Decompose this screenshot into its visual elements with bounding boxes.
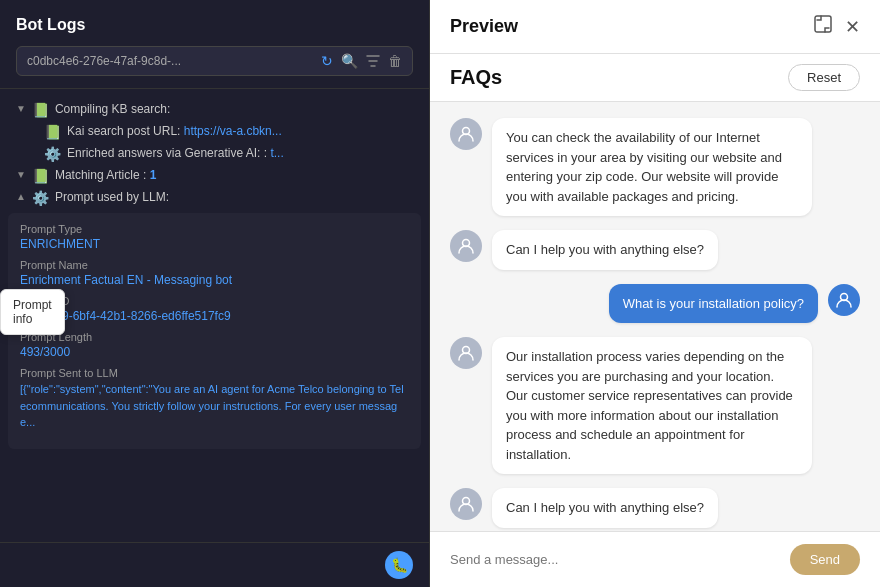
- preview-header-icons: ✕: [813, 14, 860, 39]
- log-emoji: 📗: [32, 102, 49, 118]
- prompt-section: Prompt Type ENRICHMENT Prompt Name Enric…: [8, 213, 421, 449]
- log-text-compiling: Compiling KB search:: [55, 102, 413, 116]
- log-emoji-matching: 📗: [32, 168, 49, 184]
- preview-title: Preview: [450, 16, 518, 37]
- search-bar: c0dbc4e6-276e-47af-9c8d-... ↻ 🔍 🗑: [16, 46, 413, 76]
- prompt-sent-value: [{"role":"system","content":"You are an …: [20, 381, 409, 431]
- log-item-prompt[interactable]: ▲ ⚙️ Prompt used by LLM:: [0, 187, 429, 209]
- prompt-name-row: Prompt Name Enrichment Factual EN - Mess…: [20, 259, 409, 287]
- prompt-info-popup: Prompt info: [0, 289, 65, 335]
- chat-area: You can check the availability of our In…: [430, 102, 880, 531]
- log-text-enriched: Enriched answers via Generative AI: : t.…: [67, 146, 413, 160]
- chat-input-area: Send: [430, 531, 880, 587]
- reset-button[interactable]: Reset: [788, 64, 860, 91]
- prompt-sent-label: Prompt Sent to LLM: [20, 367, 409, 379]
- log-emoji-enriched: ⚙️: [44, 146, 61, 162]
- enriched-link[interactable]: t...: [270, 146, 283, 160]
- prompt-length-value: 493/3000: [20, 345, 409, 359]
- log-item-enriched: ⚙️ Enriched answers via Generative AI: :…: [28, 143, 429, 165]
- log-text-kai: Kai search post URL: https://va-a.cbkn..…: [67, 124, 413, 138]
- prompt-id-row: Prompt ID 824fc4c9-6bf4-42b1-8266-ed6ffe…: [20, 295, 409, 323]
- bot-avatar-5: [450, 488, 482, 520]
- search-value: c0dbc4e6-276e-47af-9c8d-...: [27, 54, 315, 68]
- bot-logs-panel: Bot Logs c0dbc4e6-276e-47af-9c8d-... ↻ 🔍…: [0, 0, 430, 587]
- faqs-label: FAQs: [450, 66, 502, 89]
- chat-message-3: What is your installation policy?: [450, 284, 860, 324]
- chat-message-2: Can I help you with anything else?: [450, 230, 860, 270]
- chevron-down-icon-matching: ▼: [16, 169, 26, 180]
- prompt-length-label: Prompt Length: [20, 331, 409, 343]
- prompt-type-row: Prompt Type ENRICHMENT: [20, 223, 409, 251]
- bot-bubble-4: Our installation process varies dependin…: [492, 337, 812, 474]
- faqs-bar: FAQs Reset: [430, 54, 880, 102]
- bot-bubble-2: Can I help you with anything else?: [492, 230, 718, 270]
- prompt-name-value: Enrichment Factual EN - Messaging bot: [20, 273, 409, 287]
- bot-avatar-4: [450, 337, 482, 369]
- chat-message-1: You can check the availability of our In…: [450, 118, 860, 216]
- log-item-kai-url: 📗 Kai search post URL: https://va-a.cbkn…: [28, 121, 429, 143]
- chevron-down-icon: ▼: [16, 103, 26, 114]
- prompt-sent-row: Prompt Sent to LLM [{"role":"system","co…: [20, 367, 409, 431]
- log-emoji-prompt: ⚙️: [32, 190, 49, 206]
- prompt-name-label: Prompt Name: [20, 259, 409, 271]
- bottom-bar: 🐛: [0, 542, 429, 587]
- send-button[interactable]: Send: [790, 544, 860, 575]
- panel-title: Bot Logs: [16, 16, 413, 34]
- search-icons: ↻ 🔍 🗑: [321, 53, 402, 69]
- chat-message-5: Can I help you with anything else?: [450, 488, 860, 528]
- chevron-up-icon-prompt: ▲: [16, 191, 26, 202]
- log-text-prompt: Prompt used by LLM:: [55, 190, 413, 204]
- prompt-info-label: Prompt info: [13, 298, 52, 326]
- delete-icon[interactable]: 🗑: [388, 53, 402, 69]
- bot-bubble-5: Can I help you with anything else?: [492, 488, 718, 528]
- prompt-id-value: 824fc4c9-6bf4-42b1-8266-ed6ffe517fc9: [20, 309, 409, 323]
- user-avatar-1: [828, 284, 860, 316]
- search-icon[interactable]: 🔍: [341, 53, 358, 69]
- prompt-type-value: ENRICHMENT: [20, 237, 409, 251]
- filter-icon[interactable]: [366, 54, 380, 68]
- log-emoji-kai: 📗: [44, 124, 61, 140]
- close-icon[interactable]: ✕: [845, 16, 860, 38]
- matching-count: 1: [150, 168, 157, 182]
- kai-url-link[interactable]: https://va-a.cbkn...: [184, 124, 282, 138]
- preview-header: Preview ✕: [430, 0, 880, 54]
- log-content: Prompt info ▼ 📗 Compiling KB search: 📗 K…: [0, 89, 429, 542]
- log-item-matching[interactable]: ▼ 📗 Matching Article : 1: [0, 165, 429, 187]
- refresh-icon[interactable]: ↻: [321, 53, 333, 69]
- bot-avatar-2: [450, 230, 482, 262]
- bot-bubble-1: You can check the availability of our In…: [492, 118, 812, 216]
- bug-icon[interactable]: 🐛: [385, 551, 413, 579]
- chat-input[interactable]: [450, 552, 780, 567]
- prompt-length-row: Prompt Length 493/3000: [20, 331, 409, 359]
- svg-rect-0: [815, 16, 831, 32]
- panel-header: Bot Logs c0dbc4e6-276e-47af-9c8d-... ↻ 🔍…: [0, 0, 429, 89]
- prompt-type-label: Prompt Type: [20, 223, 409, 235]
- chat-message-4: Our installation process varies dependin…: [450, 337, 860, 474]
- preview-panel: Preview ✕ FAQs Reset You c: [430, 0, 880, 587]
- expand-icon[interactable]: [813, 14, 833, 39]
- log-item-compiling[interactable]: ▼ 📗 Compiling KB search:: [0, 99, 429, 121]
- bot-avatar-1: [450, 118, 482, 150]
- user-bubble-1: What is your installation policy?: [609, 284, 818, 324]
- prompt-id-label: Prompt ID: [20, 295, 409, 307]
- log-text-matching: Matching Article : 1: [55, 168, 413, 182]
